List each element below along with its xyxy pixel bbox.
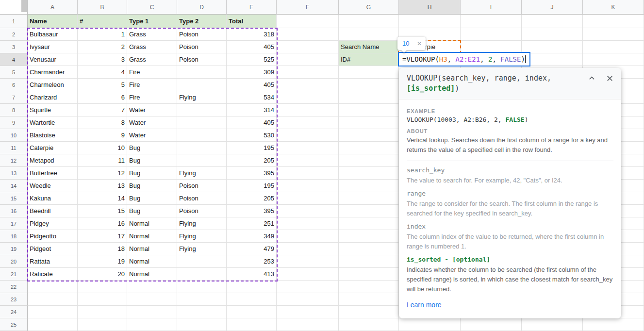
cell-F14[interactable] [277,180,339,192]
cell-A23[interactable] [28,293,78,306]
cell-B5[interactable]: 4 [78,66,127,79]
cell-F17[interactable] [277,217,339,230]
cell-A12[interactable]: Metapod [28,154,78,167]
cell-B15[interactable]: 14 [78,192,127,205]
cell-F20[interactable] [277,255,339,268]
cell-C1[interactable]: Type 1 [127,15,177,28]
cell-D10[interactable] [177,129,227,142]
cell-D3[interactable]: Poison [177,41,227,53]
cell-E15[interactable]: 205 [227,192,277,205]
cell-F24[interactable] [277,306,339,318]
row-header-20[interactable]: 20 [0,255,28,268]
cell-C4[interactable]: Grass [127,53,177,66]
cell-A11[interactable]: Caterpie [28,142,78,154]
cell-B2[interactable]: 1 [78,28,127,41]
row-header-11[interactable]: 11 [0,142,28,154]
col-header-I[interactable]: I [461,0,522,15]
cell-E3[interactable]: 405 [227,41,277,53]
cell-A8[interactable]: Squirtle [28,104,78,116]
cell-E23[interactable] [227,293,277,306]
row-header-3[interactable]: 3 [0,41,28,53]
cell-B23[interactable] [78,293,127,306]
cell-B11[interactable]: 10 [78,142,127,154]
cell-K3[interactable] [583,41,644,53]
cell-D24[interactable] [177,306,227,318]
cell-F19[interactable] [277,243,339,255]
cell-C18[interactable]: Normal [127,230,177,243]
cell-I2[interactable] [461,28,522,41]
cell-D21[interactable] [177,268,227,281]
cell-E11[interactable]: 195 [227,142,277,154]
col-header-F[interactable]: F [277,0,339,15]
learn-more-link[interactable]: Learn more [407,301,442,309]
cell-D23[interactable] [177,293,227,306]
cell-F9[interactable] [277,116,339,129]
cell-G18[interactable] [339,230,399,243]
cell-F25[interactable] [277,318,339,331]
cell-F13[interactable] [277,167,339,180]
cell-E22[interactable] [227,281,277,293]
row-header-14[interactable]: 14 [0,180,28,192]
row-header-12[interactable]: 12 [0,154,28,167]
cell-C10[interactable]: Water [127,129,177,142]
cell-E16[interactable]: 395 [227,205,277,217]
cell-E14[interactable]: 195 [227,180,277,192]
cell-C7[interactable]: Fire [127,91,177,104]
cell-C13[interactable]: Bug [127,167,177,180]
cell-K1[interactable] [583,15,644,28]
cell-A16[interactable]: Beedrill [28,205,78,217]
cell-B4[interactable]: 3 [78,53,127,66]
cell-C5[interactable]: Fire [127,66,177,79]
cell-G24[interactable] [339,306,399,318]
cell-D5[interactable] [177,66,227,79]
cell-B13[interactable]: 12 [78,167,127,180]
row-header-17[interactable]: 17 [0,217,28,230]
cell-G12[interactable] [339,154,399,167]
row-header-7[interactable]: 7 [0,91,28,104]
row-header-15[interactable]: 15 [0,192,28,205]
cell-B14[interactable]: 13 [78,180,127,192]
cell-F22[interactable] [277,281,339,293]
cell-G10[interactable] [339,129,399,142]
cell-E10[interactable]: 530 [227,129,277,142]
cell-F21[interactable] [277,268,339,281]
cell-F12[interactable] [277,154,339,167]
cell-C24[interactable] [127,306,177,318]
cell-J3[interactable] [522,41,583,53]
cell-D11[interactable] [177,142,227,154]
cell-G7[interactable] [339,91,399,104]
cell-D14[interactable]: Poison [177,180,227,192]
cell-C20[interactable]: Normal [127,255,177,268]
cell-J2[interactable] [522,28,583,41]
cell-C25[interactable] [127,318,177,331]
cell-A21[interactable]: Raticate [28,268,78,281]
select-all-corner[interactable] [0,0,28,15]
cell-D7[interactable]: Flying [177,91,227,104]
cell-G14[interactable] [339,180,399,192]
cell-G3[interactable]: Search Name [339,41,399,53]
row-header-18[interactable]: 18 [0,230,28,243]
col-header-D[interactable]: D [177,0,227,15]
col-header-E[interactable]: E [227,0,277,15]
row-header-2[interactable]: 2 [0,28,28,41]
cell-B18[interactable]: 17 [78,230,127,243]
cell-H25[interactable] [399,318,461,331]
cell-E21[interactable]: 413 [227,268,277,281]
cell-C21[interactable]: Normal [127,268,177,281]
col-header-H[interactable]: H [399,0,461,15]
row-header-4[interactable]: 4 [0,53,28,66]
cell-B19[interactable]: 18 [78,243,127,255]
row-header-22[interactable]: 22 [0,281,28,293]
cell-G9[interactable] [339,116,399,129]
cell-F11[interactable] [277,142,339,154]
cell-C12[interactable]: Bug [127,154,177,167]
cell-G15[interactable] [339,192,399,205]
cell-A3[interactable]: Ivysaur [28,41,78,53]
cell-I1[interactable] [461,15,522,28]
cell-B12[interactable]: 11 [78,154,127,167]
row-header-16[interactable]: 16 [0,205,28,217]
cell-B6[interactable]: 5 [78,79,127,91]
col-header-C[interactable]: C [127,0,177,15]
cell-B9[interactable]: 8 [78,116,127,129]
formula-cell-editor[interactable]: =VLOOKUP(H3, A2:E21, 2, FALSE) [398,52,530,66]
